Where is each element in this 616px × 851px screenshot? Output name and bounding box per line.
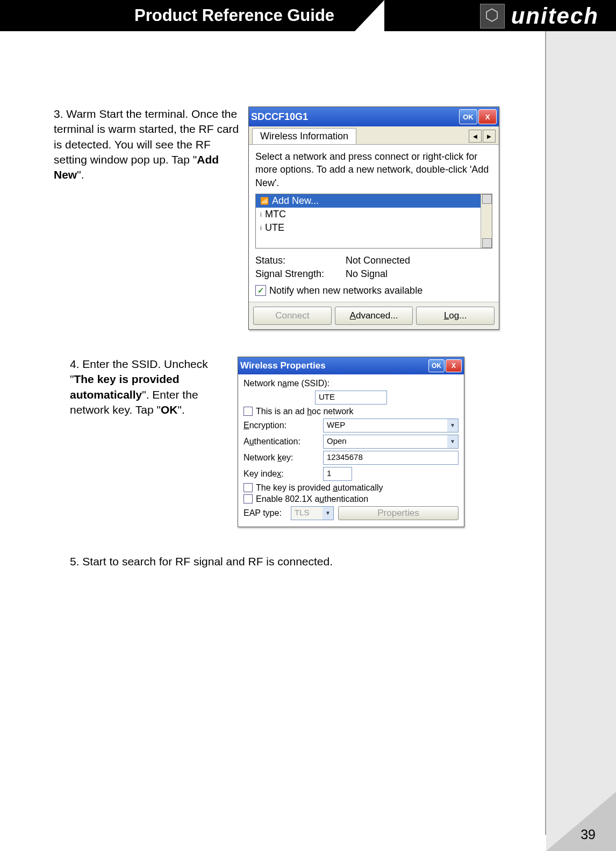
signal-icon: 📶 (260, 197, 269, 205)
eap-type-label: EAP type: (243, 508, 286, 518)
page-number: 39 (581, 827, 596, 842)
signal-strength-label: Signal Strength: (255, 268, 341, 280)
brand-logo: unitech (480, 3, 599, 29)
window-titlebar: Wireless Properties OK X (238, 357, 464, 374)
signal-strength-value: No Signal (346, 268, 492, 280)
close-button[interactable]: X (478, 109, 497, 124)
ok-button[interactable]: OK (459, 109, 477, 124)
dropdown-icon[interactable]: ▼ (447, 435, 459, 449)
step4-bold2: OK (161, 403, 178, 416)
network-key-label: Network key: (243, 453, 319, 463)
encryption-label: Encryption: (243, 421, 319, 430)
header-title: Product Reference Guide (134, 6, 334, 25)
close-button[interactable]: X (446, 359, 462, 372)
network-listbox[interactable]: 📶Add New... iMTC iUTE (255, 194, 492, 249)
ok-button[interactable]: OK (428, 359, 445, 372)
auto-key-checkbox[interactable] (243, 483, 253, 492)
network-item-ute[interactable]: iUTE (256, 221, 481, 235)
ssid-label: Network name (SSID): (243, 379, 459, 388)
step-4-text: 4. Enter the SSID. Uncheck "The key is p… (70, 357, 231, 417)
status-label: Status: (255, 255, 341, 266)
notify-checkbox[interactable]: ✓ (255, 285, 266, 296)
listbox-scrollbar[interactable] (481, 194, 492, 248)
wireless-properties-screenshot: Wireless Properties OK X Network name (S… (238, 357, 464, 527)
step-5-text: 5. Start to search for RF signal and RF … (70, 554, 333, 569)
unitech-logo-icon (480, 4, 505, 29)
adhoc-checkbox[interactable] (243, 407, 253, 416)
network-item-mtc[interactable]: iMTC (256, 208, 481, 221)
signal-icon: i (260, 224, 262, 232)
wireless-info-screenshot: SDCCF10G1 OK X Wireless Information ◄ ► … (248, 107, 499, 330)
key-index-label: Key index: (243, 469, 319, 479)
window-titlebar: SDCCF10G1 OK X (249, 107, 499, 126)
step4-suffix: ". (177, 403, 184, 416)
tab-scroll-left-icon[interactable]: ◄ (469, 130, 482, 143)
enable-8021x-checkbox[interactable] (243, 494, 253, 503)
eap-type-combo: TLS (291, 506, 323, 520)
tab-wireless-info[interactable]: Wireless Information (252, 128, 356, 144)
window-title: SDCCF10G1 (251, 111, 308, 123)
signal-icon: i (260, 210, 262, 218)
dropdown-icon: ▼ (323, 506, 334, 520)
auto-key-label: The key is provided automatically (256, 483, 383, 493)
instructions-text: Select a network and press connect or ri… (255, 150, 492, 189)
notify-label: Notify when new networks available (269, 285, 422, 296)
ssid-input[interactable]: UTE (315, 391, 387, 405)
status-value: Not Connected (346, 255, 492, 266)
step3-suffix: ". (77, 168, 84, 181)
page-header: Product Reference Guide unitech (0, 0, 616, 31)
header-wedge (355, 0, 384, 31)
advanced-button[interactable]: Advanced... (335, 307, 413, 325)
network-item-addnew[interactable]: 📶Add New... (256, 194, 481, 208)
key-index-input[interactable]: 1 (323, 467, 352, 481)
dropdown-icon[interactable]: ▼ (447, 419, 459, 432)
authentication-combo[interactable]: Open (323, 435, 447, 449)
properties-button[interactable]: Properties (338, 506, 459, 520)
network-key-input[interactable]: 12345678 (323, 451, 459, 465)
brand-name: unitech (511, 3, 599, 29)
encryption-combo[interactable]: WEP (323, 419, 447, 432)
tab-scroll-right-icon[interactable]: ► (483, 130, 496, 143)
tab-strip: Wireless Information ◄ ► (249, 126, 499, 145)
window-title: Wireless Properties (240, 360, 326, 371)
connect-button[interactable]: Connect (253, 307, 332, 325)
authentication-label: Authentication: (243, 437, 319, 446)
step-3-text: 3. Warm Start the terminal. Once the ter… (54, 107, 242, 183)
adhoc-label: This is an ad hoc network (256, 407, 353, 416)
enable-8021x-label: Enable 802.1X authentication (256, 494, 368, 504)
log-button[interactable]: Log... (416, 307, 495, 325)
